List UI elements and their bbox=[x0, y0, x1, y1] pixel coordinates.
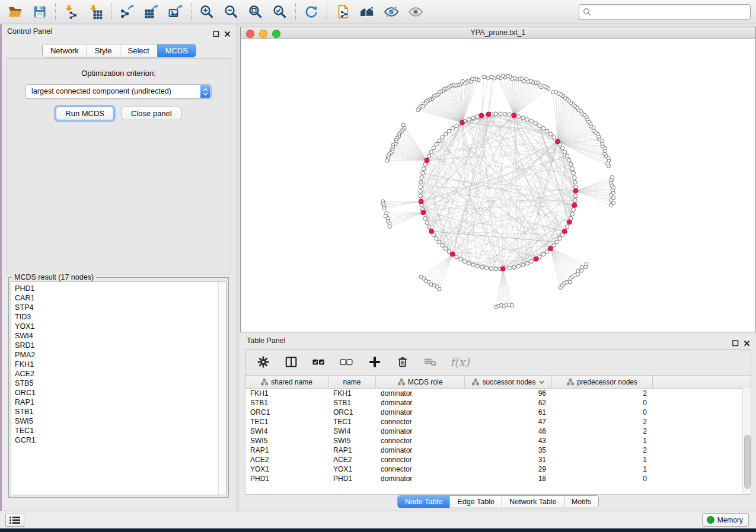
tab-select[interactable]: Select bbox=[120, 44, 157, 57]
tab-network[interactable]: Network bbox=[43, 44, 87, 57]
column-header-name[interactable]: name bbox=[328, 376, 376, 388]
table-cell: FKH1 bbox=[328, 389, 376, 398]
task-history-button[interactable] bbox=[5, 514, 24, 527]
mcds-result-node[interactable]: TEC1 bbox=[11, 426, 226, 435]
mcds-result-node[interactable]: SWI4 bbox=[11, 331, 226, 341]
tab-motifs[interactable]: Motifs bbox=[564, 496, 599, 508]
zoom-fit-icon[interactable] bbox=[247, 4, 264, 20]
table-cell: 47 bbox=[465, 417, 552, 427]
select-all-checkboxes-icon[interactable] bbox=[311, 354, 327, 370]
table-cell: 46 bbox=[465, 427, 552, 436]
add-column-icon[interactable] bbox=[366, 354, 383, 370]
show-all-eye-icon[interactable] bbox=[407, 4, 424, 20]
table-cell: ORC1 bbox=[245, 408, 328, 417]
zoom-selected-icon[interactable] bbox=[272, 4, 288, 20]
table-cell: TEC1 bbox=[328, 417, 376, 427]
refresh-view-icon[interactable] bbox=[303, 4, 320, 20]
tab-network-table[interactable]: Network Table bbox=[502, 496, 564, 508]
table-row[interactable]: PHD1PHD1dominator180 bbox=[245, 474, 751, 483]
mcds-result-node[interactable]: SRD1 bbox=[11, 341, 226, 350]
close-panel-button[interactable]: Close panel bbox=[122, 107, 181, 120]
deselect-all-checkboxes-icon[interactable] bbox=[339, 354, 355, 370]
attribute-type-icon bbox=[567, 379, 574, 386]
table-row[interactable]: FKH1FKH1dominator962 bbox=[245, 389, 751, 398]
mcds-result-node[interactable]: FKH1 bbox=[11, 360, 226, 369]
tab-style[interactable]: Style bbox=[87, 44, 120, 57]
table-scrollbar[interactable] bbox=[742, 388, 751, 494]
mcds-result-node[interactable]: ORC1 bbox=[11, 388, 226, 398]
run-mcds-button[interactable]: Run MCDS bbox=[56, 107, 114, 120]
table-cell: connector bbox=[376, 455, 465, 464]
mcds-result-node[interactable]: CAR1 bbox=[11, 293, 226, 303]
table-row[interactable]: YOX1YOX1connector291 bbox=[245, 464, 751, 474]
table-row[interactable]: SWI5SWI5connector431 bbox=[245, 436, 751, 446]
import-network-icon[interactable] bbox=[63, 4, 79, 20]
mcds-result-node[interactable]: TID3 bbox=[11, 312, 226, 322]
mcds-result-node[interactable]: ACE2 bbox=[11, 369, 226, 379]
search-box[interactable] bbox=[579, 4, 751, 20]
table-cell: 1 bbox=[552, 464, 653, 474]
status-bar: Memory bbox=[0, 511, 756, 528]
network-graph-canvas[interactable] bbox=[241, 39, 754, 331]
table-scrollbar-thumb[interactable] bbox=[744, 435, 751, 489]
table-header-row: shared namenameMCDS rolesuccessor nodesp… bbox=[245, 376, 751, 389]
mcds-result-node[interactable]: PHD1 bbox=[11, 282, 226, 293]
settings-gear-icon[interactable] bbox=[255, 354, 272, 370]
table-row[interactable]: TEC1TEC1connector472 bbox=[245, 417, 751, 427]
close-panel-icon[interactable] bbox=[224, 28, 231, 42]
delete-column-trash-icon[interactable] bbox=[394, 354, 411, 370]
mcds-result-node[interactable]: YOX1 bbox=[11, 322, 226, 331]
export-network-icon[interactable] bbox=[119, 4, 135, 20]
mcds-result-node[interactable]: STB5 bbox=[11, 379, 226, 388]
mcds-result-node[interactable]: PMA2 bbox=[11, 350, 226, 360]
memory-label: Memory bbox=[717, 516, 743, 524]
export-table-icon[interactable] bbox=[143, 4, 160, 20]
column-header-MCDS-role[interactable]: MCDS role bbox=[376, 376, 465, 388]
mcds-result-title: MCDS result (17 nodes) bbox=[12, 273, 96, 281]
function-builder-icon: f(x) bbox=[450, 355, 470, 368]
main-toolbar bbox=[0, 0, 756, 24]
tab-mcds[interactable]: MCDS bbox=[157, 44, 196, 57]
memory-button[interactable]: Memory bbox=[702, 513, 749, 527]
criterion-select[interactable]: largest connected component (undirected) bbox=[25, 84, 212, 99]
column-header-successor-nodes[interactable]: successor nodes bbox=[465, 376, 552, 388]
table-cell: 1 bbox=[552, 455, 653, 464]
mcds-result-node[interactable]: STP4 bbox=[11, 303, 226, 312]
split-view-icon[interactable] bbox=[283, 354, 299, 370]
float-panel-icon[interactable] bbox=[213, 28, 219, 42]
toolbar-group-import bbox=[56, 4, 111, 20]
search-input[interactable] bbox=[594, 6, 747, 18]
mcds-result-node[interactable]: GCR1 bbox=[11, 435, 226, 445]
mcds-result-node[interactable]: SWI5 bbox=[11, 416, 226, 426]
open-file-icon[interactable] bbox=[7, 4, 24, 20]
save-session-icon[interactable] bbox=[31, 4, 48, 20]
export-image-icon[interactable] bbox=[167, 4, 184, 20]
table-cell: dominator bbox=[376, 474, 465, 483]
tab-edge-table[interactable]: Edge Table bbox=[449, 496, 502, 508]
tab-node-table[interactable]: Node Table bbox=[398, 496, 450, 508]
new-network-from-file-icon[interactable] bbox=[334, 4, 351, 20]
column-header-predecessor-nodes[interactable]: predecessor nodes bbox=[552, 376, 653, 388]
table-row[interactable]: RAP1RAP1dominator352 bbox=[245, 446, 751, 455]
table-block: f(x) shared namenameMCDS rolesuccessor n… bbox=[245, 349, 751, 495]
table-cell: 1 bbox=[552, 436, 653, 446]
table-cell: SWI4 bbox=[245, 427, 328, 436]
mcds-list-scrollbar[interactable] bbox=[218, 282, 226, 495]
import-table-icon[interactable] bbox=[87, 4, 104, 20]
mcds-result-node[interactable]: RAP1 bbox=[11, 398, 226, 407]
column-header-shared-name[interactable]: shared name bbox=[245, 376, 328, 388]
table-row[interactable]: SWI4SWI4dominator462 bbox=[245, 427, 751, 436]
table-row[interactable]: ACE2ACE2connector311 bbox=[245, 455, 751, 464]
table-row[interactable]: STB1STB1dominator620 bbox=[245, 398, 751, 408]
toolbar-group-export bbox=[111, 4, 191, 20]
home-panels-icon[interactable] bbox=[359, 4, 375, 20]
table-toolbar: f(x) bbox=[245, 350, 751, 374]
table-row[interactable]: ORC1ORC1dominator610 bbox=[245, 408, 751, 417]
control-panel-title: Control Panel bbox=[7, 27, 52, 36]
zoom-in-icon[interactable] bbox=[199, 4, 215, 20]
table-cell: TEC1 bbox=[245, 417, 328, 427]
network-window-titlebar[interactable]: YPA_prune.txt_1 bbox=[241, 27, 755, 39]
zoom-out-icon[interactable] bbox=[223, 4, 240, 20]
mcds-result-node[interactable]: STB1 bbox=[11, 407, 226, 416]
hide-unselected-eye-slash-icon[interactable] bbox=[383, 4, 400, 20]
